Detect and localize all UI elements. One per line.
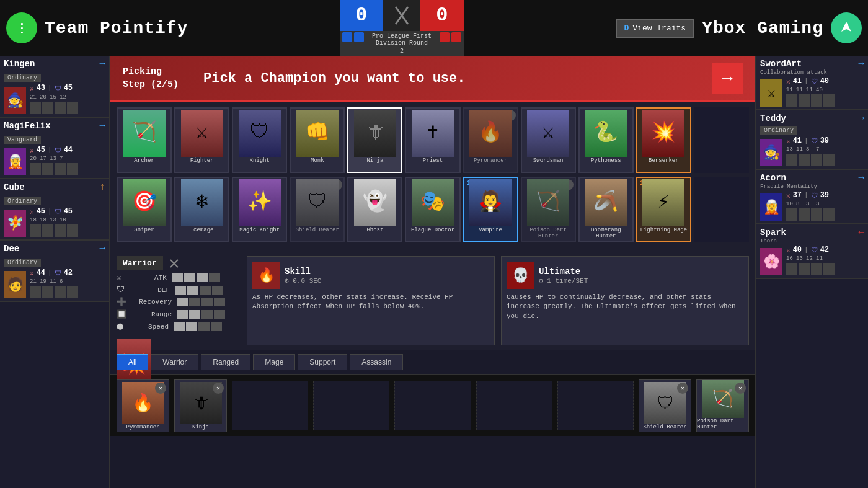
boomerang-name: Boomerang Hunter <box>581 227 631 239</box>
champions-row1: 🏹 Archer ⚔ Fighter 🛡 Knight 👊 <box>117 107 749 173</box>
filter-warrior[interactable]: Warrior <box>151 354 198 370</box>
priest-name: Priest <box>423 157 443 164</box>
ac-mini-1 <box>786 208 797 221</box>
champion-sniper[interactable]: 🎯 Sniper <box>117 177 172 242</box>
magicknight-sprite: ✨ <box>239 179 281 226</box>
champion-plaguedoctor[interactable]: 🎭 Plague Doctor <box>405 177 460 242</box>
left-sidebar: Kingen → Ordinary 🧙 ⚔ 43 | 🛡 45 21 20 15 <box>0 56 110 488</box>
cube-atk: 45 <box>37 207 45 216</box>
champion-icemage[interactable]: ❄ Icemage <box>174 177 229 242</box>
champion-vampire[interactable]: 1 🧛 Vampire <box>463 177 518 242</box>
ac-mini-2 <box>799 208 810 221</box>
monk-name: Monk <box>311 157 324 164</box>
kingen-s4: 12 <box>60 94 68 100</box>
selected-bar: ✕ 🔥 Pyromancer ✕ 🗡 Ninja ✕ 🛡 Shield Bear… <box>110 374 755 436</box>
magifelix-def: 44 <box>64 146 73 154</box>
skill-cd-val: 0.0 SEC <box>293 277 321 285</box>
class-badge: Warrior <box>117 256 163 270</box>
rec-bar-2 <box>189 298 200 306</box>
champion-ghost[interactable]: 👻 Ghost <box>347 177 402 242</box>
sniper-sprite: 🎯 <box>123 179 166 226</box>
spark-arrow: ← <box>858 227 864 238</box>
player-name-cube: Cube <box>4 182 25 192</box>
range-bar-2 <box>189 310 200 319</box>
sp-s4: 11 <box>816 255 825 262</box>
acorn-avatar: 🧝 <box>760 193 782 221</box>
view-traits-button[interactable]: D View Traits <box>616 19 695 38</box>
spark-atk: 40 <box>793 246 802 254</box>
skill-desc: As HP decreases, other stats increase. R… <box>252 293 489 312</box>
champion-archer[interactable]: 🏹 Archer <box>117 107 172 173</box>
player-card-dee: Dee → Ordinary 🧑 ⚔ 44 | 🛡 42 21 19 11 6 <box>0 241 109 302</box>
atk-bar-3 <box>197 273 208 282</box>
score-left: 0 <box>340 0 383 31</box>
player-card-swordart: SwordArt → Collaboration attack ⚔ ⚔ 41 |… <box>756 56 868 110</box>
magifelix-atk: 45 <box>37 146 45 154</box>
champion-monk[interactable]: 👊 Monk <box>290 107 345 173</box>
poisondart-name: Poison Dart Hunter <box>523 227 574 239</box>
skill-card: 🔥 Skill ⚙ 0.0 SEC As HP decreases, other… <box>247 256 495 345</box>
champion-pythoness[interactable]: 🐍 Pythoness <box>578 107 634 173</box>
champion-ninja[interactable]: 🗡 Ninja <box>347 107 402 173</box>
berserker-sprite: 💥 <box>642 110 684 157</box>
kingen-s1: 21 <box>30 94 38 100</box>
sp-s3: 12 <box>806 255 815 262</box>
dee-atk: 44 <box>37 268 45 277</box>
champion-poisondart[interactable]: ✕ 🏹 Poison Dart Hunter <box>521 177 576 242</box>
sp-s1: 16 <box>786 255 795 262</box>
atk-bar-4 <box>209 273 220 282</box>
champion-pyromancer[interactable]: ✕ 🔥 Pyromancer <box>463 107 518 173</box>
atk-label: ATK <box>126 274 167 282</box>
filter-all[interactable]: All <box>117 354 148 370</box>
champion-swordsman[interactable]: ⚔ Swordsman <box>521 107 576 173</box>
champion-knight[interactable]: 🛡 Knight <box>232 107 287 173</box>
ac-s3: 3 <box>806 201 815 207</box>
ultimate-title: Ultimate <box>539 267 588 277</box>
magicknight-name: Magic Knight <box>239 227 280 233</box>
next-button[interactable]: → <box>712 63 743 94</box>
champion-magicknight[interactable]: ✨ Magic Knight <box>232 177 287 242</box>
player-name-dee: Dee <box>4 244 19 254</box>
cube-mini-2 <box>42 224 53 237</box>
td-mini-4 <box>823 154 835 166</box>
selected-poisondart: ✕ 🏹 Poison Dart Hunter <box>696 379 749 432</box>
champion-shieldbearer[interactable]: ✕ 🛡 Shield Bearer <box>290 177 345 242</box>
champion-priest[interactable]: ✝ Priest <box>405 107 460 173</box>
player-name-kingen: Kingen <box>4 59 35 69</box>
champion-boomerang[interactable]: 🪃 Boomerang Hunter <box>578 177 634 242</box>
picking-step-line2: Step (2/5) <box>123 79 179 90</box>
sa-mini-2 <box>799 94 810 107</box>
ac-s1: 10 <box>786 201 795 207</box>
dot-blue-1 <box>342 32 352 42</box>
team-left-icon: ⋮ <box>6 12 37 43</box>
score-main: 0 0 <box>340 0 464 31</box>
teddy-arrow: → <box>858 113 864 124</box>
score-dots-row: Pro League First Division Round 2 <box>340 31 464 56</box>
league-text-1: Pro League First Division Round <box>366 32 437 47</box>
ultimate-icon: 💀 <box>507 262 534 289</box>
magifelix-avatar: 🧝 <box>4 148 26 175</box>
kingen-s3: 15 <box>50 94 58 100</box>
knight-name: Knight <box>250 157 270 164</box>
sp-s2: 13 <box>796 255 805 262</box>
filter-assassin[interactable]: Assassin <box>350 354 403 370</box>
d-icon: D <box>624 24 629 33</box>
mf-s1: 20 <box>30 156 38 162</box>
filter-mage[interactable]: Mage <box>253 354 295 370</box>
kingen-mini-2 <box>42 102 53 114</box>
shieldbearer-sprite: 🛡 <box>296 179 339 226</box>
player-card-spark: Spark ← Thorn 🌸 ⚔ 40 | 🛡 42 16 13 12 11 <box>756 224 868 279</box>
td-mini-1 <box>786 154 797 166</box>
champion-berserker[interactable]: 💥 Berserker <box>636 107 691 173</box>
mf-mini-3 <box>55 163 66 175</box>
detail-left: Warrior ⚔ ATK 🛡 DEF <box>117 256 241 345</box>
cube-avatar: 🧚 <box>4 210 26 237</box>
filter-ranged[interactable]: Ranged <box>201 354 250 370</box>
champion-lightningmage[interactable]: 1 ⚡ Lightning Mage <box>636 177 691 242</box>
dot-blue-2 <box>354 32 364 42</box>
range-bar-3 <box>202 310 213 319</box>
champion-fighter[interactable]: ⚔ Fighter <box>174 107 229 173</box>
cube-mini-3 <box>55 224 66 237</box>
td-s1: 13 <box>786 146 795 153</box>
filter-support[interactable]: Support <box>298 354 347 370</box>
